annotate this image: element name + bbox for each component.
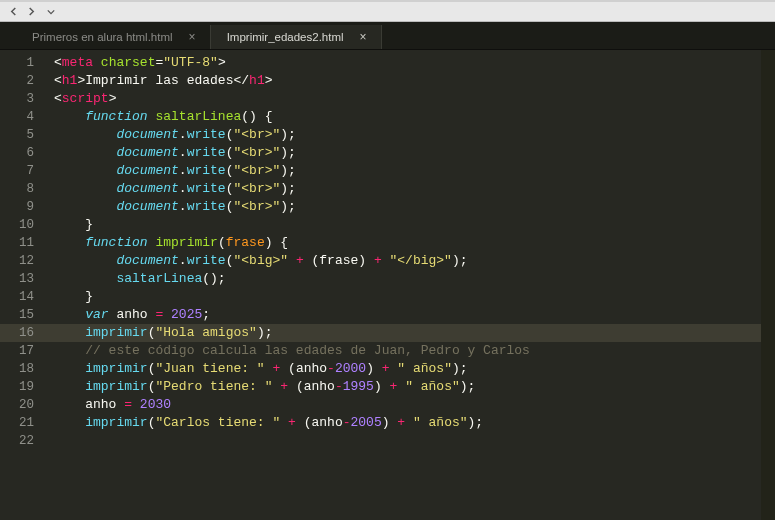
tab-inactive[interactable]: Primeros en alura html.html × xyxy=(16,25,211,49)
tab-label: Primeros en alura html.html xyxy=(32,31,173,43)
code-line: } xyxy=(54,216,775,234)
line-number-gutter: 12345678910111213141516171819202122 xyxy=(0,50,46,520)
code-content[interactable]: <meta charset="UTF-8"><h1>Imprimir las e… xyxy=(46,50,775,520)
code-line: var anho = 2025; xyxy=(54,306,775,324)
minimap[interactable] xyxy=(761,50,775,520)
code-line: imprimir("Juan tiene: " + (anho-2000) + … xyxy=(54,360,775,378)
nav-toolbar xyxy=(0,0,775,22)
code-line: document.write("<br>"); xyxy=(54,162,775,180)
code-line: imprimir("Pedro tiene: " + (anho-1995) +… xyxy=(54,378,775,396)
code-line: anho = 2030 xyxy=(54,396,775,414)
code-line: <meta charset="UTF-8"> xyxy=(54,54,775,72)
back-arrow-icon[interactable] xyxy=(6,5,20,19)
code-line: <h1>Imprimir las edades</h1> xyxy=(54,72,775,90)
editor-area: 12345678910111213141516171819202122 <met… xyxy=(0,50,775,520)
code-line: imprimir("Hola amigos"); xyxy=(46,324,775,342)
close-icon[interactable]: × xyxy=(189,31,196,43)
close-icon[interactable]: × xyxy=(360,31,367,43)
code-line: document.write("<br>"); xyxy=(54,198,775,216)
code-line: document.write("<br>"); xyxy=(54,180,775,198)
code-line: function saltarLinea() { xyxy=(54,108,775,126)
code-line: function imprimir(frase) { xyxy=(54,234,775,252)
code-line: imprimir("Carlos tiene: " + (anho-2005) … xyxy=(54,414,775,432)
code-line: saltarLinea(); xyxy=(54,270,775,288)
code-line: <script> xyxy=(54,90,775,108)
tab-label: Imprimir_edades2.html xyxy=(227,31,344,43)
code-line: } xyxy=(54,288,775,306)
code-line: document.write("<br>"); xyxy=(54,144,775,162)
tab-bar: Primeros en alura html.html × Imprimir_e… xyxy=(0,22,775,50)
code-line: document.write("<br>"); xyxy=(54,126,775,144)
tab-active[interactable]: Imprimir_edades2.html × xyxy=(211,25,382,49)
code-line: // este código calcula las edades de Jua… xyxy=(54,342,775,360)
dropdown-arrow-icon[interactable] xyxy=(44,5,58,19)
forward-arrow-icon[interactable] xyxy=(24,5,38,19)
code-line: document.write("<big>" + (frase) + "</bi… xyxy=(54,252,775,270)
